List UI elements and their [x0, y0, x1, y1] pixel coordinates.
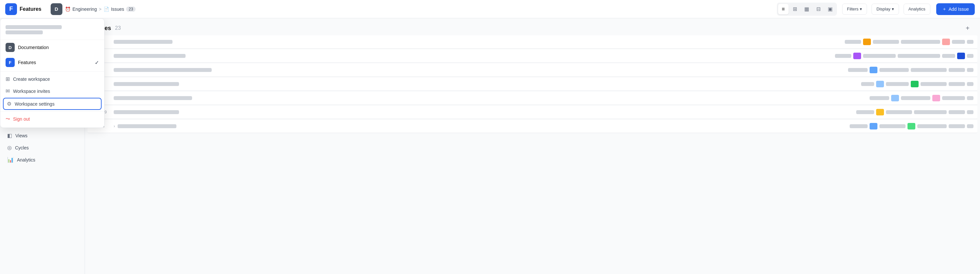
meta-blur-1	[870, 96, 889, 100]
mail-icon: ✉	[6, 88, 10, 94]
add-issue-button[interactable]: ＋ Add Issue	[936, 3, 975, 15]
issue-title-blur	[114, 96, 192, 100]
filters-button[interactable]: Filters ▾	[842, 3, 867, 15]
meta-color-1	[863, 38, 871, 45]
top-nav: F Features D ⏰ Engineering > 📄 Issues 23…	[0, 0, 980, 18]
plus-icon: ＋	[942, 6, 947, 12]
issue-title-blur	[114, 110, 179, 114]
grid-view-button[interactable]: ⊟	[813, 4, 824, 14]
table-row[interactable]	[88, 49, 977, 63]
issue-meta	[848, 67, 974, 73]
view-mode-group: ≡ ⊞ ▦ ⊟ ▣	[777, 3, 837, 16]
meta-blur-4	[949, 124, 965, 128]
breadcrumb-workspace[interactable]: Engineering	[73, 6, 97, 12]
table-row[interactable]	[88, 64, 977, 77]
meta-blur-3	[898, 54, 940, 58]
meta-blur-1	[856, 110, 874, 114]
table-row[interactable]: ENGI-19	[88, 106, 977, 119]
meta-color-2	[957, 53, 965, 59]
add-row-button[interactable]: +	[963, 24, 972, 33]
list-view-button[interactable]: ≡	[778, 4, 789, 14]
layers-icon: ◧	[7, 132, 12, 139]
sign-out-item[interactable]: ⤳ Sign out	[0, 113, 104, 125]
dropdown-divider-1	[0, 71, 104, 72]
calendar-view-button[interactable]: ▦	[802, 4, 812, 14]
meta-blur-4	[949, 110, 965, 114]
user-avatar-button[interactable]: D	[51, 3, 62, 15]
app-title: Features	[20, 6, 41, 12]
display-button[interactable]: Display ▾	[872, 3, 899, 15]
meta-blur-2	[886, 110, 912, 114]
meta-blur-3	[914, 110, 947, 114]
workspace-name-features: Features	[18, 60, 36, 65]
sidebar-item-views[interactable]: ◧ Views	[2, 129, 83, 142]
meta-blur-2	[873, 40, 899, 44]
meta-color-1	[891, 95, 899, 101]
sign-out-label: Sign out	[13, 116, 30, 122]
meta-blur-3	[921, 82, 947, 86]
sidebar-label-views: Views	[15, 133, 27, 138]
workspace-item-features[interactable]: F Features ✓	[0, 55, 104, 70]
meta-blur-3	[917, 124, 947, 128]
meta-blur-3	[901, 40, 940, 44]
issue-meta	[850, 123, 974, 129]
breadcrumb-workspace-icon: ⏰	[65, 6, 70, 12]
breadcrumb-separator: >	[99, 6, 101, 12]
gear-icon: ⚙	[7, 101, 11, 107]
meta-blur-5	[967, 40, 974, 44]
meta-color-1	[853, 53, 861, 59]
board-view-button[interactable]: ▣	[825, 4, 835, 14]
table-row[interactable]	[88, 92, 977, 105]
expand-icon[interactable]: ›	[114, 124, 115, 129]
workspace-avatar-f: F	[6, 58, 15, 67]
issue-meta	[835, 53, 974, 59]
meta-blur-1	[848, 68, 868, 72]
cycle-icon: ◎	[7, 145, 12, 151]
chart-bar-icon: 📊	[7, 157, 14, 163]
meta-color-2	[907, 123, 915, 129]
display-label: Display	[877, 6, 891, 11]
meta-blur-4	[967, 96, 974, 100]
meta-color-2	[911, 81, 919, 87]
meta-color-2	[932, 95, 940, 101]
create-workspace-label: Create workspace	[13, 76, 50, 82]
issue-title-blur	[118, 124, 177, 128]
meta-blur-5	[967, 110, 974, 114]
breadcrumb: ⏰ Engineering > 📄 Issues 23	[65, 6, 136, 12]
sidebar-label-cycles: Cycles	[15, 145, 29, 150]
content-area: Issues 23 +	[85, 18, 980, 274]
workspace-item-documentation[interactable]: D Documentation	[0, 40, 104, 55]
meta-color-1	[876, 81, 884, 87]
signout-icon: ⤳	[6, 116, 10, 122]
table-row[interactable]	[88, 78, 977, 91]
add-issue-label: Add Issue	[949, 6, 969, 12]
main-layout: D Documentation F Features ✓ ⊞ Create wo…	[0, 18, 980, 274]
breadcrumb-page[interactable]: Issues	[111, 6, 124, 12]
meta-blur-1	[845, 40, 861, 44]
create-workspace-item[interactable]: ⊞ Create workspace	[0, 73, 104, 85]
dropdown-user-header	[0, 21, 104, 40]
workspace-settings-label: Workspace settings	[15, 101, 54, 107]
meta-blur-3	[911, 68, 947, 72]
meta-blur-5	[967, 82, 974, 86]
workspace-invites-label: Workspace invites	[13, 89, 50, 94]
meta-blur-5	[967, 68, 974, 72]
workspace-invites-item[interactable]: ✉ Workspace invites	[0, 85, 104, 97]
app-logo[interactable]: F	[5, 3, 17, 15]
gantt-view-button[interactable]: ⊞	[790, 4, 800, 14]
analytics-button[interactable]: Analytics	[904, 3, 930, 15]
sidebar-item-analytics[interactable]: 📊 Analytics	[2, 154, 83, 166]
table-row[interactable]	[88, 35, 977, 49]
chevron-down-icon: ▾	[860, 6, 862, 11]
issue-title-blur	[114, 54, 186, 58]
workspace-settings-item[interactable]: ⚙ Workspace settings	[3, 98, 102, 110]
table-row[interactable]: ENGI-4 ›	[88, 119, 977, 133]
breadcrumb-page-icon: 📄	[103, 6, 109, 12]
meta-blur-4	[949, 68, 965, 72]
meta-blur-1	[861, 82, 874, 86]
issue-meta	[870, 95, 974, 101]
sidebar-item-cycles[interactable]: ◎ Cycles	[2, 142, 83, 154]
issue-title-blur	[114, 40, 172, 44]
content-count: 23	[115, 25, 121, 31]
workspace-avatar-d: D	[6, 43, 15, 52]
